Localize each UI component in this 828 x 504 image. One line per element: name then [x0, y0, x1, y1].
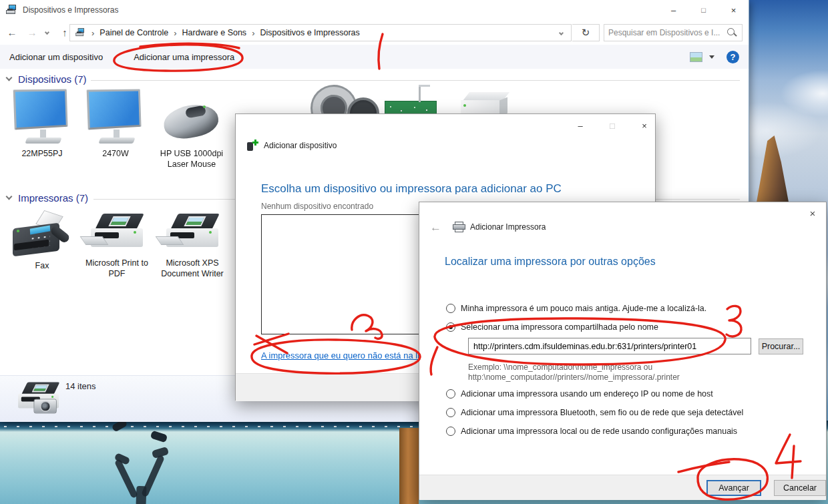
dialog-maximize-button[interactable]: □: [600, 118, 624, 133]
monitor-icon: [13, 88, 71, 148]
device-item-2470w[interactable]: 2470W: [84, 88, 147, 159]
window-title: Dispositivos e Impressoras: [23, 5, 118, 15]
fax-icon: [11, 212, 73, 260]
search-icon[interactable]: [726, 27, 738, 39]
printer-item-xps-writer[interactable]: Microsoft XPS Document Writer: [158, 212, 227, 280]
dialog-heading: Localizar uma impressora por outras opçõ…: [445, 256, 656, 268]
cancel-button[interactable]: Cancelar: [774, 480, 826, 496]
device-label: 22MP55PJ: [21, 148, 62, 159]
device-item-hp-mouse[interactable]: HP USB 1000dpi Laser Mouse: [159, 88, 224, 170]
address-bar[interactable]: › Painel de Controle › Hardware e Sons ›…: [69, 24, 572, 41]
breadcrumb-control-panel[interactable]: Painel de Controle: [99, 28, 168, 37]
search-input[interactable]: [604, 28, 726, 37]
printer-item-print-to-pdf[interactable]: Microsoft Print to PDF: [83, 212, 151, 280]
example-text: Exemplo: \\nome_computador\nome_impresso…: [468, 362, 680, 383]
back-button[interactable]: ←: [4, 27, 20, 38]
radio-button[interactable]: [446, 389, 455, 399]
shared-printer-url-input[interactable]: [468, 338, 751, 354]
dialog-footer: [419, 475, 826, 500]
breadcrumb-separator: ›: [86, 28, 99, 38]
search-box: [604, 24, 743, 41]
printer-label: Microsoft Print to PDF: [83, 258, 151, 280]
option-older-printer[interactable]: Minha impressora é um pouco mais antiga.…: [446, 304, 706, 313]
add-printer-dialog: × ← Adicionar Impressora Localizar uma i…: [419, 202, 827, 499]
collapse-chevron-icon[interactable]: [6, 75, 13, 81]
option-label: Adicionar uma impressora usando um ender…: [461, 389, 713, 399]
devices-group-label: Dispositivos (7): [18, 73, 87, 85]
printer-icon: [88, 212, 146, 258]
radio-button[interactable]: [446, 322, 455, 332]
breadcrumb-separator: ›: [246, 28, 260, 38]
breadcrumb-devices-printers[interactable]: Dispositivos e Impressoras: [260, 28, 359, 37]
wallpaper-person-silhouette: [107, 421, 187, 504]
collapse-chevron-icon[interactable]: [6, 194, 13, 200]
printer-icon: [164, 212, 221, 258]
printer-camera-icon: [16, 381, 61, 417]
dialog-title: Adicionar Impressora: [470, 222, 546, 232]
option-label: Adicionar uma impressora local ou de red…: [461, 427, 737, 436]
dialog-close-button[interactable]: ×: [632, 118, 656, 133]
printers-group-header: Impressoras (7): [7, 192, 88, 204]
printer-not-listed-link[interactable]: A impressora que eu quero não está na li…: [261, 350, 431, 360]
radio-button[interactable]: [446, 304, 455, 313]
speaker-box-icon-partial[interactable]: [461, 92, 509, 115]
printer-mini-icon: [453, 222, 465, 232]
breadcrumb-separator: ›: [168, 28, 182, 38]
monitor-icon: [86, 88, 145, 148]
group-rule: [91, 80, 740, 81]
dialog-title: Adicionar dispositivo: [264, 141, 337, 150]
navigation-bar: ← → ↑ › Painel de Controle › Hardware e …: [0, 20, 749, 45]
no-device-found-text: Nenhum dispositivo encontrado: [261, 202, 373, 211]
back-arrow-icon[interactable]: ←: [430, 221, 441, 234]
option-label: Selecionar uma impressora compartilhada …: [461, 322, 658, 332]
add-printer-button[interactable]: Adicionar uma impressora: [124, 45, 244, 69]
option-bluetooth-wireless[interactable]: Adicionar uma impressora Bluetooth, sem …: [446, 408, 743, 417]
wallpaper-sand-strip: [399, 428, 419, 504]
breadcrumb-hardware-sound[interactable]: Hardware e Sons: [182, 28, 247, 37]
mouse-icon: [162, 88, 222, 148]
devices-group-header: Dispositivos (7): [7, 73, 87, 85]
example-line-2: http:\nome_computador//printers//nome_im…: [468, 372, 680, 383]
add-device-button[interactable]: Adicionar um dispositivo: [0, 45, 112, 69]
wallpaper-sea-foam: [0, 424, 419, 429]
maximize-button[interactable]: □: [688, 0, 718, 20]
dialog-close-button[interactable]: ×: [805, 208, 820, 219]
minimize-button[interactable]: –: [658, 0, 688, 20]
printer-item-fax[interactable]: Fax: [9, 212, 75, 271]
address-dropdown-chevron-icon[interactable]: [559, 30, 564, 35]
add-device-icon: [246, 140, 258, 152]
item-count: 14 itens: [65, 381, 96, 391]
antenna-icon-partial: [419, 85, 421, 102]
view-options-icon[interactable]: [690, 52, 702, 62]
example-line-1: Exemplo: \\nome_computador\nome_impresso…: [468, 362, 680, 372]
address-location-icon: [75, 28, 85, 37]
option-local-manual[interactable]: Adicionar uma impressora local ou de red…: [446, 427, 737, 436]
option-label: Adicionar uma impressora Bluetooth, sem …: [461, 408, 743, 417]
recent-locations-chevron-icon[interactable]: [45, 30, 49, 35]
screen: Dispositivos e Impressoras – □ × ← → ↑ ›…: [0, 0, 828, 504]
browse-button[interactable]: Procurar...: [759, 338, 803, 354]
refresh-button[interactable]: ↻: [572, 24, 600, 41]
dialog-heading: Escolha um dispositivo ou impressora par…: [261, 182, 562, 196]
command-toolbar: Adicionar um dispositivo Adicionar uma i…: [0, 45, 749, 69]
close-button[interactable]: ×: [718, 0, 749, 20]
option-label: Minha impressora é um pouco mais antiga.…: [461, 304, 706, 313]
device-item-22mp55pj[interactable]: 22MP55PJ: [11, 88, 73, 159]
forward-button[interactable]: →: [24, 27, 40, 38]
radio-button[interactable]: [446, 408, 455, 417]
printer-label: Fax: [35, 260, 49, 271]
radio-button[interactable]: [446, 427, 455, 436]
device-label: HP USB 1000dpi Laser Mouse: [159, 148, 224, 170]
printers-group-label: Impressoras (7): [18, 192, 88, 204]
option-shared-printer[interactable]: Selecionar uma impressora compartilhada …: [446, 322, 658, 332]
option-ip-hostname[interactable]: Adicionar uma impressora usando um ender…: [446, 389, 713, 399]
dialog-minimize-button[interactable]: –: [568, 118, 592, 133]
devices-printers-icon: [6, 5, 17, 15]
printer-label: Microsoft XPS Document Writer: [158, 258, 227, 280]
next-button[interactable]: Avançar: [706, 480, 761, 496]
view-options-caret-icon[interactable]: [709, 55, 714, 59]
device-label: 2470W: [102, 148, 129, 159]
help-button[interactable]: ?: [727, 51, 739, 63]
title-bar: Dispositivos e Impressoras – □ ×: [0, 0, 749, 20]
